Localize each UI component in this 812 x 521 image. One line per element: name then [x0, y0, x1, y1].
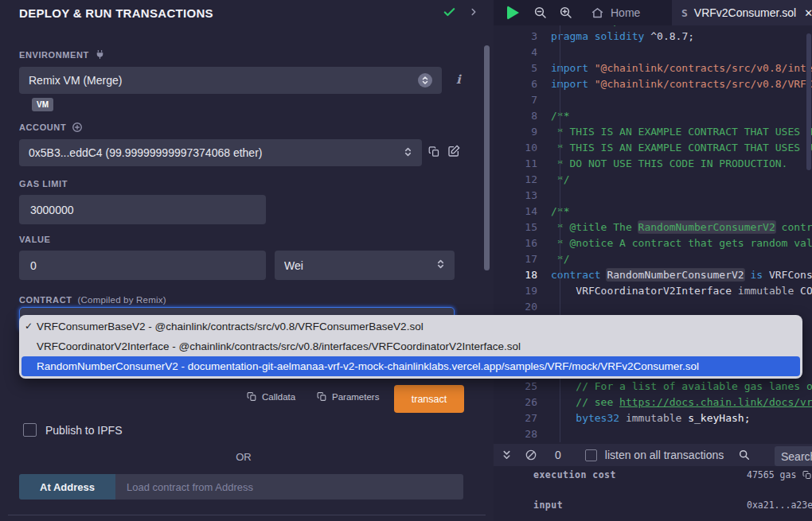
- add-account-plus-icon[interactable]: [72, 122, 83, 133]
- collapse-terminal-icon[interactable]: [502, 449, 512, 461]
- code-text: pragma solidity ^0.8.7;: [548, 29, 694, 45]
- tab-vrfv2consumer[interactable]: S VRFv2Consumer.sol ✕: [671, 0, 812, 25]
- environment-label: ENVIRONMENT: [19, 49, 105, 60]
- copy-parameters-button[interactable]: Parameters: [317, 391, 379, 402]
- line-number: 18: [494, 267, 548, 283]
- environment-select[interactable]: Remix VM (Merge): [19, 67, 442, 94]
- code-line[interactable]: 11 * DO NOT USE THIS CODE IN PRODUCTION.: [494, 156, 812, 172]
- code-text: [548, 426, 551, 442]
- code-line[interactable]: 3pragma solidity ^0.8.7;: [494, 29, 812, 45]
- line-number: 20: [494, 299, 548, 315]
- line-number: 25: [494, 379, 548, 395]
- code-line[interactable]: 12 */: [494, 172, 812, 188]
- code-line[interactable]: 25 // For a list of available gas lanes …: [494, 379, 812, 395]
- line-number: 11: [494, 156, 548, 172]
- code-text: import "@chainlink/contracts/src/v0.8/VR…: [548, 76, 812, 92]
- code-text: [548, 188, 551, 204]
- gas-limit-label: GAS LIMIT: [19, 179, 68, 189]
- or-divider-text: OR: [0, 451, 487, 463]
- value-unit-select[interactable]: Wei: [275, 251, 455, 280]
- code-line[interactable]: 18contract RandomNumberConsumerV2 is VRF…: [494, 267, 812, 283]
- copy-account-icon[interactable]: [428, 146, 440, 157]
- terminal-row-value: 0xa21...a23e4: [747, 500, 812, 511]
- code-line[interactable]: 27 bytes32 immutable s_keyHash;: [494, 410, 812, 426]
- terminal-row: execution cost47565 gas: [494, 469, 812, 482]
- environment-info-icon[interactable]: i: [456, 72, 461, 87]
- code-line[interactable]: 16 * @notice A contract that gets random…: [494, 235, 812, 251]
- account-select[interactable]: 0x5B3...eddC4 (99.99999999997374068 ethe…: [19, 139, 422, 166]
- line-number: 28: [494, 426, 548, 442]
- line-number: 17: [494, 251, 548, 267]
- contract-option-label: VRFCoordinatorV2Interface - @chainlink/c…: [37, 340, 521, 352]
- editor-scrollbar-thumb[interactable]: [806, 33, 811, 170]
- transact-button[interactable]: transact: [394, 385, 464, 413]
- code-editor[interactable]: 2// An example of a consumer contract th…: [494, 25, 812, 444]
- listen-all-transactions-checkbox[interactable]: [585, 449, 597, 461]
- code-line[interactable]: 28: [494, 426, 812, 442]
- code-line[interactable]: 20: [494, 299, 812, 315]
- code-lines: 2// An example of a consumer contract th…: [494, 25, 812, 442]
- copy-calldata-button[interactable]: Calldata: [247, 391, 295, 402]
- clipboard-icon: [317, 391, 327, 402]
- code-line[interactable]: 8/**: [494, 108, 812, 124]
- contract-label: CONTRACT (Compiled by Remix): [19, 295, 166, 305]
- code-line[interactable]: 10 * THIS IS AN EXAMPLE CONTRACT THAT US…: [494, 140, 812, 156]
- at-address-input[interactable]: [115, 474, 463, 500]
- code-text: */: [548, 172, 569, 188]
- clear-console-ban-icon[interactable]: [525, 449, 537, 461]
- close-tab-icon[interactable]: ✕: [804, 7, 812, 19]
- code-text: [548, 92, 551, 108]
- vm-badge: VM: [32, 98, 53, 111]
- code-line[interactable]: 26 // see https://docs.chain.link/docs/v…: [494, 395, 812, 410]
- line-number: 15: [494, 220, 548, 235]
- caret-updown-icon: [404, 146, 412, 160]
- terminal-toolbar: 0 listen on all transactions: [494, 444, 812, 466]
- code-text: * THIS IS AN EXAMPLE CONTRACT THAT USES …: [548, 124, 812, 140]
- code-line[interactable]: 13: [494, 188, 812, 204]
- line-number: 13: [494, 188, 548, 204]
- line-number: 16: [494, 235, 548, 251]
- compile-success-check-icon: [443, 6, 456, 22]
- home-icon: [591, 6, 604, 20]
- search-icon: [738, 449, 751, 461]
- code-line[interactable]: 6import "@chainlink/contracts/src/v0.8/V…: [494, 76, 812, 92]
- zoom-out-icon[interactable]: [533, 6, 548, 20]
- terminal-output: execution cost47565 gasinput0xa21...a23e…: [494, 466, 812, 521]
- publish-to-ipfs-checkbox[interactable]: [23, 423, 37, 437]
- tab-home[interactable]: Home: [591, 6, 640, 20]
- code-line[interactable]: 5import "@chainlink/contracts/src/v0.8/i…: [494, 60, 812, 76]
- line-number: 8: [494, 108, 548, 124]
- code-text: [548, 299, 551, 315]
- gas-limit-input[interactable]: [19, 195, 266, 224]
- contract-option[interactable]: ✓VRFConsumerBaseV2 - @chainlink/contract…: [19, 317, 802, 336]
- at-address-button[interactable]: At Address: [19, 474, 115, 500]
- code-line[interactable]: 14/**: [494, 204, 812, 220]
- code-text: * @notice A contract that gets random va…: [548, 235, 812, 251]
- code-line[interactable]: 7: [494, 92, 812, 108]
- line-number: 10: [494, 140, 548, 156]
- code-line[interactable]: 19 VRFCoordinatorV2Interface immutable C…: [494, 283, 812, 299]
- code-line[interactable]: 9 * THIS IS AN EXAMPLE CONTRACT THAT USE…: [494, 124, 812, 140]
- zoom-in-icon[interactable]: [559, 6, 573, 20]
- code-text: /**: [548, 204, 569, 220]
- contract-option[interactable]: RandomNumberConsumerV2 - documentation-g…: [21, 356, 800, 376]
- copy-icon[interactable]: [802, 470, 812, 482]
- panel-title: DEPLOY & RUN TRANSACTIONS: [19, 6, 213, 20]
- value-input[interactable]: [19, 251, 266, 280]
- run-play-icon[interactable]: [507, 6, 519, 20]
- terminal-search-input[interactable]: [775, 446, 812, 466]
- edit-account-pencil-icon[interactable]: [447, 145, 460, 157]
- code-line[interactable]: 15 * @title The RandomNumberConsumerV2 c…: [494, 220, 812, 235]
- code-line[interactable]: 17 */: [494, 251, 812, 267]
- code-line[interactable]: 4: [494, 45, 812, 60]
- terminal-row-key: input: [533, 500, 563, 511]
- collapse-panel-chevron-icon[interactable]: [468, 6, 479, 21]
- code-text: // For a list of available gas lanes on …: [548, 379, 812, 395]
- contract-option-label: RandomNumberConsumerV2 - documentation-g…: [37, 360, 699, 372]
- code-text: contract RandomNumberConsumerV2 is VRFCo…: [548, 267, 812, 283]
- line-number: 7: [494, 92, 548, 108]
- code-text: */: [548, 251, 569, 267]
- contract-dropdown-popup: ✓VRFConsumerBaseV2 - @chainlink/contract…: [19, 315, 802, 379]
- panel-scrollbar-thumb[interactable]: [484, 45, 490, 270]
- contract-option[interactable]: VRFCoordinatorV2Interface - @chainlink/c…: [19, 336, 802, 356]
